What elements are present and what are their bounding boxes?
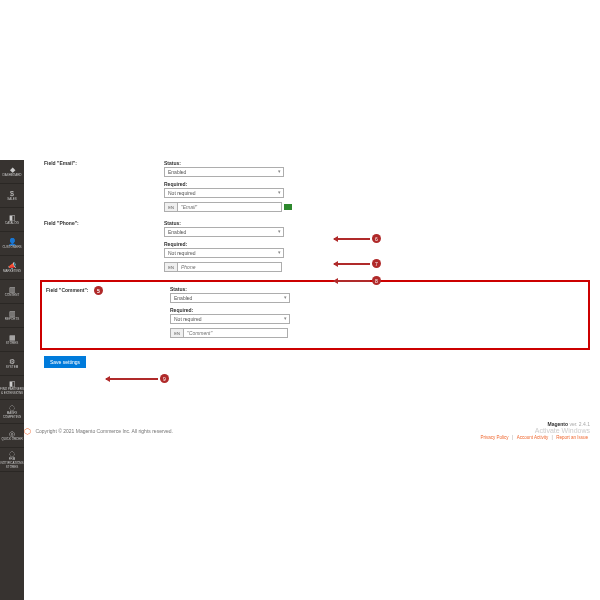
marker-7: 7 [372, 259, 381, 268]
content-icon: ▥ [9, 286, 16, 293]
phone-status-label: Status: [164, 220, 590, 226]
phone-status-select[interactable]: Enabled [164, 227, 284, 237]
email-lang-tag[interactable]: EN [164, 202, 178, 212]
partners-icon: ◧ [9, 380, 16, 387]
comment-status-select[interactable]: Enabled [170, 293, 290, 303]
sidebar-item-dashboard[interactable]: ◆DASHBOARD [0, 160, 24, 184]
phone-placeholder-input[interactable] [178, 262, 282, 272]
email-required-select[interactable]: Not required [164, 188, 284, 198]
marker-5: 5 [94, 286, 103, 295]
comment-required-label: Required: [170, 307, 584, 313]
phone-lang-tag[interactable]: EN [164, 262, 178, 272]
sales-icon: $ [10, 190, 14, 197]
email-status-select[interactable]: Enabled [164, 167, 284, 177]
sidebar-item-stores[interactable]: ▦STORES [0, 328, 24, 352]
field-phone-row: Field "Phone": Status: Enabled Required:… [24, 220, 590, 276]
privacy-link[interactable]: Privacy Policy [481, 435, 509, 440]
system-icon: ⚙ [9, 358, 15, 365]
arrow-6 [334, 238, 370, 240]
save-settings-button[interactable]: Save settings [44, 356, 86, 368]
marker-8: 8 [372, 276, 381, 285]
page-footer: Magento ver. 2.4.1 Activate Windows Priv… [24, 421, 590, 440]
magento-logo-icon: ⬡ [24, 427, 31, 436]
catalog-icon: ◧ [9, 214, 16, 221]
sidebar-item-catalog[interactable]: ◧CATALOG [0, 208, 24, 232]
notifications-icon: ◌ [9, 450, 15, 457]
activate-windows: Activate Windows [535, 427, 590, 434]
marketing-icon: 📣 [8, 262, 17, 269]
email-required-label: Required: [164, 181, 590, 187]
sidebar-item-reports[interactable]: ▥REPORTS [0, 304, 24, 328]
customers-icon: 👤 [8, 238, 17, 245]
email-status-label: Status: [164, 160, 590, 166]
comment-placeholder-input[interactable] [184, 328, 288, 338]
flag-icon [284, 204, 292, 210]
field-email-label: Field "Email": [24, 160, 164, 166]
sidebar-item-marketing[interactable]: 📣MARKETING [0, 256, 24, 280]
magfx-icon: ◌ [9, 404, 15, 411]
field-email-row: Field "Email": Status: Enabled Required:… [24, 160, 590, 216]
field-comment-label: Field "Comment": 5 [46, 286, 170, 295]
field-comment-row: Field "Comment": 5 Status: Enabled Requi… [46, 286, 584, 342]
arrow-8 [334, 280, 370, 282]
admin-sidebar: ◆DASHBOARD $SALES ◧CATALOG 👤CUSTOMERS 📣M… [0, 160, 24, 600]
sidebar-item-system[interactable]: ⚙SYSTEM [0, 352, 24, 376]
arrow-7 [334, 263, 370, 265]
quickorder-icon: ◎ [9, 430, 15, 437]
stores-icon: ▦ [9, 334, 16, 341]
marker-6: 6 [372, 234, 381, 243]
sidebar-item-partners[interactable]: ◧FIND PARTNERS & EXTENSIONS [0, 376, 24, 400]
field-phone-label: Field "Phone": [24, 220, 164, 226]
phone-required-select[interactable]: Not required [164, 248, 284, 258]
reports-icon: ▥ [9, 310, 16, 317]
dashboard-icon: ◆ [10, 166, 15, 173]
main-content: Field "Email": Status: Enabled Required:… [24, 160, 590, 600]
sidebar-item-customers[interactable]: 👤CUSTOMERS [0, 232, 24, 256]
sidebar-item-sales[interactable]: $SALES [0, 184, 24, 208]
marker-9: 9 [160, 374, 169, 383]
report-link[interactable]: Report an Issue [556, 435, 588, 440]
copyright-text: Copyright © 2021 Magento Commerce Inc. A… [35, 428, 173, 434]
sidebar-item-notifications[interactable]: ◌FRM NOTIFICATIONS STORES [0, 448, 24, 472]
arrow-9 [106, 378, 158, 380]
sidebar-item-quickorder[interactable]: ◎QUICK ORDER [0, 424, 24, 448]
email-placeholder-input[interactable] [178, 202, 282, 212]
comment-required-select[interactable]: Not required [170, 314, 290, 324]
account-link[interactable]: Account Activity [517, 435, 549, 440]
sidebar-item-content[interactable]: ▥CONTENT [0, 280, 24, 304]
comment-lang-tag[interactable]: EN [170, 328, 184, 338]
sidebar-item-magfx[interactable]: ◌MAGFX COMPETING [0, 400, 24, 424]
comment-status-label: Status: [170, 286, 584, 292]
field-comment-highlight: Field "Comment": 5 Status: Enabled Requi… [40, 280, 590, 350]
